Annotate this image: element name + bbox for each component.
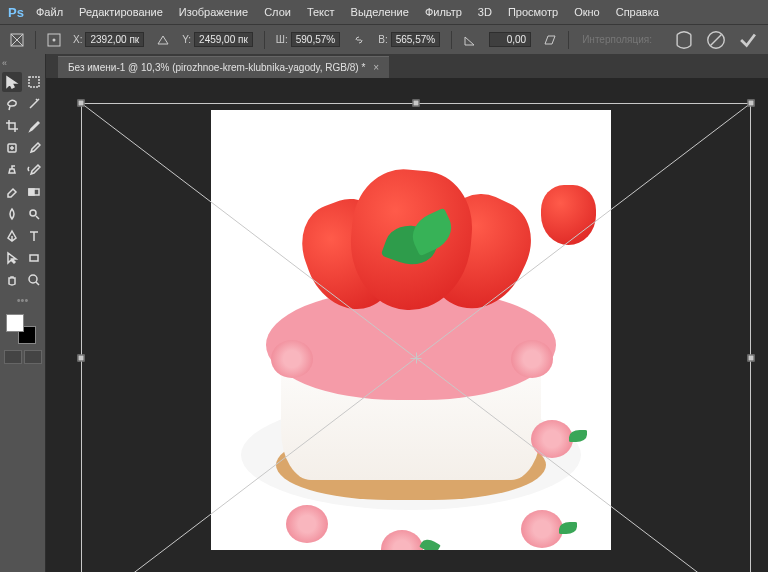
w-label: Ш: [276, 34, 288, 45]
h-value[interactable]: 565,57% [391, 32, 440, 47]
x-label: X: [73, 34, 82, 45]
skew-h-icon[interactable] [539, 29, 561, 51]
menu-help[interactable]: Справка [608, 0, 667, 24]
separator [451, 31, 452, 49]
svg-point-4 [53, 38, 56, 41]
warp-mode-icon[interactable] [673, 29, 695, 51]
menu-bar: Ps Файл Редактирование Изображение Слои … [0, 0, 768, 24]
separator [35, 31, 36, 49]
artboard[interactable] [211, 110, 611, 550]
path-select-tool[interactable] [2, 248, 22, 268]
move-tool[interactable] [2, 72, 22, 92]
angle-field[interactable]: 0,00 [485, 32, 535, 47]
svg-point-11 [30, 210, 36, 216]
magic-wand-tool[interactable] [24, 94, 44, 114]
reference-point-icon[interactable] [43, 29, 65, 51]
eyedropper-tool[interactable] [24, 116, 44, 136]
tools-panel: « ••• [0, 54, 46, 572]
separator [264, 31, 265, 49]
x-value[interactable]: 2392,00 пк [85, 32, 144, 47]
foreground-color[interactable] [6, 314, 24, 332]
svg-rect-10 [29, 189, 34, 195]
zoom-tool[interactable] [24, 270, 44, 290]
menu-edit[interactable]: Редактирование [71, 0, 171, 24]
transform-tool-icon[interactable] [6, 29, 28, 51]
clone-stamp-tool[interactable] [2, 160, 22, 180]
menu-text[interactable]: Текст [299, 0, 343, 24]
transform-handle-ml[interactable] [78, 355, 85, 362]
svg-rect-7 [29, 77, 39, 87]
w-value[interactable]: 590,57% [291, 32, 340, 47]
menu-view[interactable]: Просмотр [500, 0, 566, 24]
menu-filter[interactable]: Фильтр [417, 0, 470, 24]
transform-handle-tl[interactable] [78, 100, 85, 107]
document-tab-bar: Без имени-1 @ 10,3% (pirozhnoe-krem-klub… [0, 54, 768, 78]
angle-value[interactable]: 0,00 [489, 32, 531, 47]
transform-handle-tr[interactable] [748, 100, 755, 107]
menu-image[interactable]: Изображение [171, 0, 256, 24]
triangle-icon[interactable] [152, 29, 174, 51]
interpolation-label: Интерполяция: [576, 34, 658, 45]
x-position[interactable]: X: 2392,00 пк [69, 32, 148, 47]
document-tab-title: Без имени-1 @ 10,3% (pirozhnoe-krem-klub… [68, 62, 365, 73]
eraser-tool[interactable] [2, 182, 22, 202]
options-bar: X: 2392,00 пк Y: 2459,00 пк Ш: 590,57% В… [0, 24, 768, 54]
menu-layers[interactable]: Слои [256, 0, 299, 24]
svg-line-6 [711, 34, 722, 45]
y-position[interactable]: Y: 2459,00 пк [178, 32, 257, 47]
close-tab-icon[interactable]: × [373, 62, 379, 73]
angle-icon [459, 29, 481, 51]
cancel-transform-icon[interactable] [705, 29, 727, 51]
transform-handle-tc[interactable] [413, 100, 420, 107]
screen-mode-standard[interactable] [4, 350, 22, 364]
marquee-tool[interactable] [24, 72, 44, 92]
dodge-tool[interactable] [24, 204, 44, 224]
menu-file[interactable]: Файл [28, 0, 71, 24]
menu-3d[interactable]: 3D [470, 0, 500, 24]
app-logo: Ps [4, 0, 28, 24]
y-value[interactable]: 2459,00 пк [194, 32, 253, 47]
menu-window[interactable]: Окно [566, 0, 608, 24]
pen-tool[interactable] [2, 226, 22, 246]
separator [568, 31, 569, 49]
link-icon[interactable] [348, 29, 370, 51]
svg-rect-12 [30, 255, 38, 261]
brush-tool[interactable] [24, 138, 44, 158]
document-tab[interactable]: Без имени-1 @ 10,3% (pirozhnoe-krem-klub… [58, 56, 389, 78]
color-swatches[interactable] [6, 314, 36, 344]
canvas-area[interactable] [46, 78, 768, 572]
crop-tool[interactable] [2, 116, 22, 136]
lasso-tool[interactable] [2, 94, 22, 114]
width-scale[interactable]: Ш: 590,57% [272, 32, 344, 47]
y-label: Y: [182, 34, 191, 45]
blur-tool[interactable] [2, 204, 22, 224]
menu-select[interactable]: Выделение [343, 0, 417, 24]
transform-handle-mr[interactable] [748, 355, 755, 362]
edit-toolbar[interactable]: ••• [2, 294, 43, 306]
height-scale[interactable]: В: 565,57% [374, 32, 444, 47]
svg-point-13 [29, 275, 37, 283]
h-label: В: [378, 34, 387, 45]
rectangle-tool[interactable] [24, 248, 44, 268]
screen-mode-mask[interactable] [24, 350, 42, 364]
gradient-tool[interactable] [24, 182, 44, 202]
type-tool[interactable] [24, 226, 44, 246]
history-brush-tool[interactable] [24, 160, 44, 180]
commit-transform-icon[interactable] [737, 29, 759, 51]
hand-tool[interactable] [2, 270, 22, 290]
collapse-panel-icon[interactable]: « [2, 58, 10, 68]
healing-tool[interactable] [2, 138, 22, 158]
